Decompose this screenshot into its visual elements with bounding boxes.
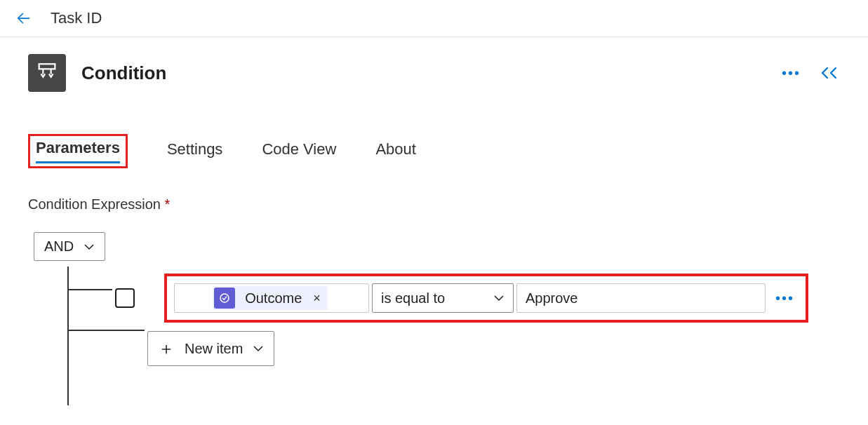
logic-operator-label: AND [44,238,74,255]
token-remove-icon[interactable]: × [313,291,321,306]
row-checkbox[interactable] [115,288,135,308]
new-item-button[interactable]: ＋ New item [147,331,274,366]
value-text: Approve [526,290,578,306]
condition-operator-select[interactable]: is equal to [372,283,514,313]
condition-icon [28,54,66,92]
tab-codeview[interactable]: Code View [262,140,336,163]
header-more-icon[interactable]: ••• [782,65,801,81]
condition-left-operand[interactable]: Outcome × [174,283,369,313]
token-badge-icon [214,288,235,309]
new-item-label: New item [185,341,243,357]
plus-icon: ＋ [158,337,175,360]
chevron-down-icon [253,345,264,352]
page-title: Task ID [51,9,102,27]
chevron-down-icon [84,243,95,250]
token-label: Outcome [245,290,302,306]
expression-label: Condition Expression * [0,168,868,212]
tab-settings[interactable]: Settings [167,140,223,163]
tab-parameters[interactable]: Parameters [36,139,120,163]
condition-value-input[interactable]: Approve [516,283,766,313]
row-more-icon[interactable]: ••• [771,290,799,306]
svg-point-1 [220,294,229,302]
svg-rect-0 [39,64,55,69]
highlight-box-row: Outcome × is equal to Approve ••• [164,274,808,323]
back-arrow-icon[interactable] [14,8,34,28]
collapse-chevrons-icon[interactable] [819,65,840,81]
required-star: * [165,196,171,212]
operator-label: is equal to [381,290,445,306]
tab-about[interactable]: About [375,140,416,163]
chevron-down-icon [493,295,505,302]
expression-label-text: Condition Expression [28,196,161,212]
highlight-box-tabs: Parameters [28,134,128,168]
condition-title: Condition [81,62,782,84]
tree-line-h2 [67,330,145,331]
logic-operator-select[interactable]: AND [34,232,105,261]
